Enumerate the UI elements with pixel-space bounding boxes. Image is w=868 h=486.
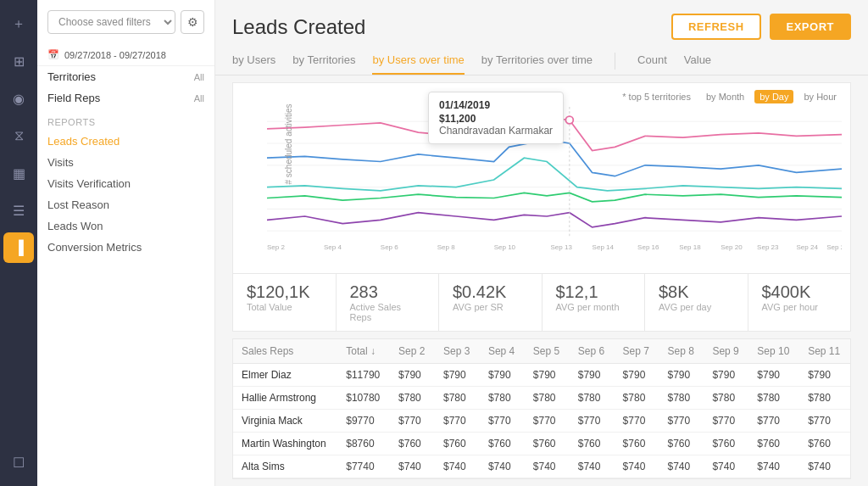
- cell-2-7: $770: [615, 410, 659, 433]
- sidebar: Choose saved filters ⚙ 📅 09/27/2018 - 09…: [37, 0, 215, 486]
- table-row[interactable]: Hallie Armstrong$10780$780$780$780$780$7…: [233, 387, 850, 410]
- cell-2-11: $770: [799, 410, 850, 433]
- left-nav: ＋ ⊞ ◉ ⧖ ▦ ☰ ▐ ☐: [0, 0, 37, 486]
- cell-3-4: $760: [480, 433, 525, 455]
- chat-icon[interactable]: ☐: [3, 447, 34, 478]
- col-sep2[interactable]: Sep 2: [390, 339, 435, 364]
- cell-0-5: $790: [525, 364, 570, 387]
- cell-0-0: Elmer Diaz: [233, 364, 337, 387]
- table-row[interactable]: Alta Sims$7740$740$740$740$740$740$740$7…: [233, 455, 850, 478]
- cell-3-1: $8760: [337, 433, 390, 455]
- by-day-option[interactable]: by Day: [754, 90, 793, 103]
- filter-bar: Choose saved filters ⚙: [37, 10, 214, 44]
- cell-4-3: $740: [435, 455, 480, 478]
- top5-label: * top 5 territories: [617, 90, 696, 103]
- calendar-icon[interactable]: ▦: [3, 158, 34, 188]
- report-leads-won[interactable]: Leads Won: [37, 215, 214, 237]
- grid-icon[interactable]: ⊞: [3, 46, 34, 76]
- cell-3-5: $760: [525, 433, 570, 455]
- chart-section: * top 5 territories by Month by Day by H…: [215, 75, 868, 486]
- col-sep4[interactable]: Sep 4: [480, 339, 525, 364]
- stat-value-2: $0.42K: [453, 282, 528, 302]
- cell-3-7: $760: [615, 433, 659, 455]
- svg-text:Sep 8: Sep 8: [437, 243, 456, 251]
- report-lost-reason[interactable]: Lost Reason: [37, 194, 214, 215]
- svg-text:Sep 20: Sep 20: [721, 243, 743, 251]
- col-sep9[interactable]: Sep 9: [704, 339, 748, 364]
- tooltip-value: $11,200: [439, 113, 553, 125]
- tab-count[interactable]: Count: [637, 47, 667, 75]
- chart-container: * top 5 territories by Month by Day by H…: [232, 82, 851, 274]
- main-content: Leads Created REFRESH EXPORT by Users by…: [215, 0, 868, 486]
- col-sales-reps[interactable]: Sales Reps: [233, 339, 337, 364]
- table-row[interactable]: Martin Washington$8760$760$760$760$760$7…: [233, 433, 850, 455]
- col-sep11[interactable]: Sep 11: [799, 339, 850, 364]
- tab-value[interactable]: Value: [684, 47, 711, 75]
- cell-3-11: $760: [799, 433, 850, 455]
- cell-3-2: $760: [390, 433, 435, 455]
- refresh-button[interactable]: REFRESH: [671, 14, 761, 40]
- cell-0-11: $790: [799, 364, 850, 387]
- col-sep5[interactable]: Sep 5: [525, 339, 570, 364]
- stat-active-reps: 283 Active Sales Reps: [337, 274, 440, 331]
- tab-by-users-over-time[interactable]: by Users over time: [372, 47, 464, 75]
- sidebar-territories-row[interactable]: Territories All: [37, 66, 214, 87]
- report-leads-created[interactable]: Leads Created: [37, 131, 214, 152]
- stat-label-4: AVG per day: [659, 302, 734, 312]
- tab-bar: by Users by Territories by Users over ti…: [215, 47, 868, 75]
- export-button[interactable]: EXPORT: [770, 14, 851, 40]
- document-icon[interactable]: ☰: [3, 195, 34, 226]
- cell-2-4: $770: [480, 410, 525, 433]
- tab-by-territories[interactable]: by Territories: [292, 47, 355, 75]
- stat-value-3: $12,1: [556, 282, 632, 302]
- cell-3-10: $760: [748, 433, 799, 455]
- stat-label-0: Total Value: [247, 302, 322, 312]
- tooltip-date: 01/14/2019: [439, 99, 553, 111]
- cell-1-10: $780: [748, 387, 799, 410]
- cell-1-9: $780: [704, 387, 748, 410]
- svg-text:Sep 2: Sep 2: [267, 243, 285, 251]
- col-sep8[interactable]: Sep 8: [659, 339, 704, 364]
- cell-1-3: $780: [435, 387, 480, 410]
- y-axis-label: # scheduled activities: [284, 103, 293, 184]
- cell-0-9: $790: [704, 364, 748, 387]
- location-icon[interactable]: ◉: [3, 83, 34, 114]
- col-sep7[interactable]: Sep 7: [615, 339, 659, 364]
- table-row[interactable]: Virginia Mack$9770$770$770$770$770$770$7…: [233, 410, 850, 433]
- by-month-option[interactable]: by Month: [701, 90, 749, 103]
- table-row[interactable]: Elmer Diaz$11790$790$790$790$790$790$790…: [233, 364, 850, 387]
- by-hour-option[interactable]: by Hour: [798, 90, 842, 103]
- cell-3-6: $760: [570, 433, 615, 455]
- fieldreps-label: Field Reps: [47, 92, 100, 104]
- territories-label: Territories: [47, 70, 96, 83]
- report-conversion-metrics[interactable]: Conversion Metrics: [37, 237, 214, 258]
- cell-1-5: $780: [525, 387, 570, 410]
- cell-2-0: Virginia Mack: [233, 410, 337, 433]
- cell-4-9: $740: [704, 455, 748, 478]
- col-sep3[interactable]: Sep 3: [435, 339, 480, 364]
- filter-icon[interactable]: ⧖: [3, 120, 34, 151]
- col-sep10[interactable]: Sep 10: [748, 339, 799, 364]
- stat-avg-day: $8K AVG per day: [645, 274, 748, 331]
- svg-text:Sep 6: Sep 6: [381, 243, 399, 251]
- date-range: 📅 09/27/2018 - 09/27/2018: [37, 44, 214, 66]
- tab-by-territories-over-time[interactable]: by Territories over time: [481, 47, 593, 75]
- chart-icon[interactable]: ▐: [3, 232, 34, 263]
- report-visits[interactable]: Visits: [37, 152, 214, 173]
- data-table: Sales Reps Total ↓ Sep 2 Sep 3 Sep 4 Sep…: [232, 338, 851, 479]
- col-sep6[interactable]: Sep 6: [570, 339, 615, 364]
- plus-icon[interactable]: ＋: [3, 8, 34, 39]
- report-visits-verification[interactable]: Visits Verification: [37, 173, 214, 194]
- tooltip-name: Chandravadan Karmakar: [439, 125, 553, 137]
- svg-point-26: [565, 116, 573, 124]
- cell-4-4: $740: [480, 455, 525, 478]
- tab-by-users[interactable]: by Users: [232, 47, 275, 75]
- sidebar-fieldreps-row[interactable]: Field Reps All: [37, 87, 214, 109]
- saved-filters-select[interactable]: Choose saved filters: [47, 10, 175, 34]
- cell-0-7: $790: [615, 364, 659, 387]
- gear-button[interactable]: ⚙: [181, 10, 204, 34]
- cell-4-2: $740: [390, 455, 435, 478]
- col-total[interactable]: Total ↓: [337, 339, 390, 364]
- stat-value-4: $8K: [659, 282, 734, 302]
- stats-row: $120,1K Total Value 283 Active Sales Rep…: [232, 274, 851, 332]
